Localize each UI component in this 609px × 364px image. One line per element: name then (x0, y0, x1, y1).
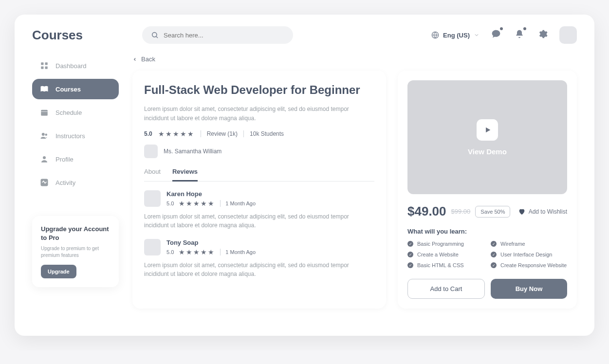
heart-icon (518, 208, 526, 216)
svg-point-0 (152, 33, 157, 37)
learn-item: ✓Basic HTML & CSS (407, 262, 484, 268)
learn-item: ✓Wireframe (491, 241, 567, 247)
upgrade-title: Upgrade your Account to Pro (41, 225, 110, 242)
grid-icon (40, 61, 49, 70)
check-icon: ✓ (407, 262, 413, 268)
check-icon: ✓ (491, 262, 497, 268)
price: $49.00 (407, 204, 446, 219)
users-icon (40, 131, 49, 140)
reviewer-avatar (144, 239, 161, 255)
bell-icon (515, 29, 524, 39)
sidebar-item-label: Instructors (55, 132, 85, 140)
review-time: 1 Month Ago (225, 249, 256, 255)
learn-item: ✓Basic Programming (407, 241, 484, 247)
course-detail-panel: Full-Stack Web Developer for Beginner Lo… (132, 71, 386, 309)
back-link[interactable]: Back (132, 55, 577, 63)
book-icon (40, 85, 49, 93)
svg-rect-8 (41, 110, 48, 116)
gear-icon (538, 29, 548, 39)
back-label: Back (141, 55, 155, 63)
svg-line-1 (156, 36, 158, 38)
upgrade-button[interactable]: Upgrade (41, 265, 76, 278)
reviewer-name: Karen Hope (166, 190, 256, 198)
settings-button[interactable] (536, 27, 550, 43)
sidebar-item-label: Courses (55, 86, 81, 93)
price-original: $99.00 (451, 208, 471, 215)
review-rating: 5.0 (166, 200, 174, 206)
review-stars: ★★★★★ (179, 200, 215, 207)
sidebar-item-courses[interactable]: Courses (32, 79, 119, 99)
demo-label: View Demo (468, 147, 507, 156)
activity-icon (40, 178, 49, 187)
student-count: 10k Students (250, 130, 284, 137)
play-icon (484, 126, 492, 134)
wishlist-label: Add to Wishlist (529, 208, 567, 215)
svg-marker-14 (486, 127, 490, 132)
instructor-avatar (144, 145, 158, 158)
notifications-button[interactable] (513, 27, 526, 43)
learn-heading: What will you learn: (407, 228, 567, 235)
svg-point-11 (45, 134, 48, 136)
check-icon: ✓ (491, 241, 497, 247)
tab-about[interactable]: About (144, 168, 161, 181)
reviewer-avatar (144, 190, 161, 207)
review-text: Lorem ipsum dolor sit amet, consectetur … (144, 212, 374, 230)
check-icon: ✓ (407, 252, 413, 257)
reviewer-name: Tony Soap (166, 239, 256, 246)
chevron-left-icon (132, 57, 137, 62)
review-stars: ★★★★★ (179, 248, 215, 256)
buy-now-button[interactable]: Buy Now (491, 279, 567, 299)
chevron-down-icon (474, 32, 480, 38)
rating-value: 5.0 (144, 130, 152, 137)
sidebar-item-activity[interactable]: Activity (32, 172, 119, 193)
sidebar-item-dashboard[interactable]: Dashboard (32, 55, 119, 76)
sidebar-item-label: Schedule (55, 109, 82, 116)
sidebar-item-label: Activity (55, 179, 75, 186)
check-icon: ✓ (491, 252, 497, 257)
review-item: Tony Soap 5.0 ★★★★★ 1 Month Ago Lorem ip… (144, 239, 374, 279)
wishlist-button[interactable]: Add to Wishlist (518, 208, 567, 216)
globe-icon (431, 31, 439, 39)
tab-reviews[interactable]: Reviews (172, 168, 198, 182)
sidebar-item-label: Profile (55, 156, 74, 163)
learn-item: ✓Create a Website (407, 252, 484, 257)
search-bar[interactable] (142, 26, 293, 44)
search-input[interactable] (164, 32, 284, 39)
review-rating: 5.0 (166, 249, 174, 255)
sidebar-item-profile[interactable]: Profile (32, 149, 119, 169)
course-description: Lorem ipsum dolor sit amet, consectetur … (144, 105, 374, 123)
learn-item: ✓User Interface Design (491, 252, 567, 257)
review-text: Lorem ipsum dolor sit amet, consectetur … (144, 261, 374, 279)
calendar-icon (40, 108, 49, 117)
save-badge: Save 50% (475, 206, 510, 218)
page-title: Courses (32, 28, 132, 43)
svg-rect-5 (45, 62, 48, 65)
user-icon (40, 155, 49, 164)
language-selector[interactable]: Eng (US) (431, 31, 480, 39)
rating-stars: ★★★★★ (158, 130, 195, 138)
check-icon: ✓ (407, 241, 413, 247)
add-to-cart-button[interactable]: Add to Cart (407, 279, 485, 299)
svg-rect-4 (41, 62, 43, 65)
svg-point-10 (42, 133, 45, 136)
review-count: Review (1k) (207, 130, 238, 137)
sidebar-item-instructors[interactable]: Instructors (32, 126, 119, 146)
review-item: Karen Hope 5.0 ★★★★★ 1 Month Ago Lorem i… (144, 190, 374, 230)
sidebar-item-label: Dashboard (55, 62, 87, 70)
upgrade-card: Upgrade your Account to Pro Upgrade to p… (32, 216, 119, 287)
purchase-panel: View Demo $49.00 $99.00 Save 50% Add to … (398, 71, 577, 309)
sidebar: Dashboard Courses Schedule Instructors P… (32, 55, 119, 309)
svg-rect-7 (45, 67, 48, 69)
learn-item: ✓Create Responsive Website (491, 262, 567, 268)
svg-rect-6 (41, 67, 43, 69)
demo-video[interactable]: View Demo (407, 80, 567, 194)
review-time: 1 Month Ago (225, 200, 256, 206)
messages-button[interactable] (489, 27, 503, 43)
language-label: Eng (US) (443, 32, 470, 39)
search-icon (151, 31, 159, 39)
user-avatar[interactable] (559, 26, 577, 44)
upgrade-desc: Upgrade to premium to get premium featur… (41, 245, 110, 259)
sidebar-item-schedule[interactable]: Schedule (32, 102, 119, 123)
play-button (477, 119, 498, 141)
instructor-name: Ms. Samantha William (164, 148, 221, 155)
